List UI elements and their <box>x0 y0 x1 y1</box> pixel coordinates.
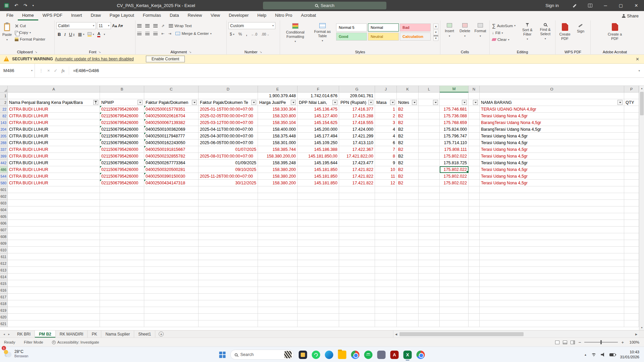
cell-O619[interactable] <box>480 307 624 314</box>
cell-J337[interactable]: 7 <box>375 146 397 153</box>
wrap-text-button[interactable]: Wrap Text <box>168 23 192 28</box>
cell-C22[interactable]: 04002500015778351 <box>144 106 199 113</box>
cell-L603[interactable] <box>419 200 440 206</box>
cell-A204[interactable]: CITRA BUDI LUHUR <box>8 126 100 133</box>
row-header-337[interactable]: 337 <box>0 146 8 153</box>
enter-icon[interactable]: ✓ <box>54 68 58 73</box>
column-header-O[interactable]: O <box>480 86 624 93</box>
redo-button[interactable]: ↷ <box>23 3 27 8</box>
cell-A486[interactable]: CITRA BUDI LUHUR <box>8 166 100 173</box>
borders-button[interactable]: ▦▾ <box>78 32 84 37</box>
cell-N22[interactable] <box>469 106 480 113</box>
cell-J608[interactable] <box>375 233 397 240</box>
cell-L1[interactable] <box>419 93 440 99</box>
scroll-right-icon[interactable]: ▶ <box>634 333 639 336</box>
cell-G82[interactable]: 17.415.288 <box>339 113 375 119</box>
cell-M617[interactable] <box>440 294 469 300</box>
cell-D22[interactable]: 2025-01-15T00:00:00+07:00 <box>199 106 258 113</box>
cell-B607[interactable] <box>100 227 144 233</box>
chrome-icon-2[interactable] <box>417 351 425 359</box>
cell-F205[interactable]: 145.177.494 <box>298 133 339 139</box>
cell-E613[interactable] <box>258 267 298 274</box>
cell-B605[interactable] <box>100 213 144 220</box>
cell-N601[interactable] <box>469 186 480 193</box>
increase-decimal-button[interactable]: ←.0 <box>251 33 257 36</box>
row-header-604[interactable]: 604 <box>0 206 8 213</box>
cell-F609[interactable] <box>298 240 339 247</box>
cell-L143[interactable] <box>419 119 440 126</box>
cell-N82[interactable] <box>469 113 480 119</box>
cell-O580[interactable]: Terasi Udang Nona 4,5gr <box>480 180 624 186</box>
cell-G608[interactable] <box>339 233 375 240</box>
column-header-K[interactable]: K <box>397 86 419 93</box>
decrease-indent-icon[interactable]: ⇤ <box>161 32 164 36</box>
cell-QTY621[interactable] <box>624 320 639 327</box>
sheet-nav-left-icon[interactable]: ◂ <box>3 333 5 336</box>
cell-L288[interactable] <box>419 139 440 146</box>
cell-K442[interactable]: B2 <box>397 160 419 166</box>
cell-D613[interactable] <box>199 267 258 274</box>
cell-M143[interactable]: 175.768.659 <box>440 119 469 126</box>
cell-F602[interactable] <box>298 193 339 200</box>
filter-button-K[interactable] <box>412 100 417 105</box>
ribbon-tab-page-layout[interactable]: Page Layout <box>105 11 139 20</box>
cell-style-normal[interactable]: Normal <box>368 23 399 32</box>
row-header-609[interactable]: 609 <box>0 240 8 247</box>
cell-M580[interactable]: 175.802.022 <box>440 180 469 186</box>
cell-F399[interactable]: 145.181.850,00 <box>298 153 339 160</box>
row-header-614[interactable]: 614 <box>0 274 8 280</box>
comma-format-button[interactable]: , <box>246 32 247 37</box>
cell-N288[interactable] <box>469 139 480 146</box>
cell-F605[interactable] <box>298 213 339 220</box>
cell-D486[interactable]: 09/10/2025 <box>199 166 258 173</box>
cell-C204[interactable]: 04002500100362069 <box>144 126 199 133</box>
cell-D612[interactable] <box>199 260 258 267</box>
cell-A205[interactable]: CITRA BUDI LUHUR <box>8 133 100 139</box>
cell-F611[interactable] <box>298 253 339 260</box>
cell-K399[interactable]: B2 <box>397 153 419 160</box>
cell-G618[interactable] <box>339 300 375 307</box>
cell-L610[interactable] <box>419 247 440 253</box>
filter-button-O[interactable] <box>618 100 623 105</box>
row-header-143[interactable]: 143 <box>0 119 8 126</box>
cell-K611[interactable] <box>397 253 419 260</box>
cell-G616[interactable] <box>339 287 375 294</box>
cell-G143[interactable]: 17.418.555 <box>339 119 375 126</box>
header-cell-G[interactable]: PPN (Rupiah) <box>339 99 375 106</box>
column-header-D[interactable]: D <box>199 86 258 93</box>
row-header-610[interactable]: 610 <box>0 247 8 253</box>
number-dialog-launcher[interactable]: ↘ <box>260 50 262 54</box>
cell-M620[interactable] <box>440 314 469 320</box>
titlebar-search[interactable]: Search <box>263 2 386 9</box>
cell-O618[interactable] <box>480 300 624 307</box>
cell-K1[interactable] <box>397 93 419 99</box>
cell-O602[interactable] <box>480 193 624 200</box>
cell-A616[interactable] <box>8 287 100 294</box>
increase-indent-icon[interactable]: ⇥ <box>168 32 171 36</box>
cell-M337[interactable]: 175.808.111 <box>440 146 469 153</box>
cell-QTY619[interactable] <box>624 307 639 314</box>
column-header-A[interactable]: A <box>8 86 100 93</box>
filter-button-F[interactable] <box>332 100 337 105</box>
cell-B609[interactable] <box>100 240 144 247</box>
cell-QTY82[interactable] <box>624 113 639 119</box>
cell-E82[interactable]: 158.320.800 <box>258 113 298 119</box>
cell-D616[interactable] <box>199 287 258 294</box>
cell-J442[interactable]: 9 <box>375 160 397 166</box>
cell-QTY544[interactable] <box>624 173 639 180</box>
horizontal-scroll-thumb[interactable] <box>399 332 524 336</box>
cell-E1[interactable]: 1.900.379.448 <box>258 93 298 99</box>
cell-M205[interactable]: 175.796.747 <box>440 133 469 139</box>
enable-content-button[interactable]: Enable Content <box>146 56 185 62</box>
ribbon-tab-file[interactable]: File <box>2 11 18 20</box>
cell-J619[interactable] <box>375 307 397 314</box>
cell-B601[interactable] <box>100 186 144 193</box>
row-header-601[interactable]: 601 <box>0 186 8 193</box>
cell-N611[interactable] <box>469 253 480 260</box>
cell-K337[interactable]: B2 <box>397 146 419 153</box>
cell-L544[interactable] <box>419 173 440 180</box>
cell-D580[interactable]: 30/12/2025 <box>199 180 258 186</box>
cell-J616[interactable] <box>375 287 397 294</box>
filter-button-M[interactable] <box>462 100 467 105</box>
align-top-icon[interactable] <box>137 24 142 27</box>
